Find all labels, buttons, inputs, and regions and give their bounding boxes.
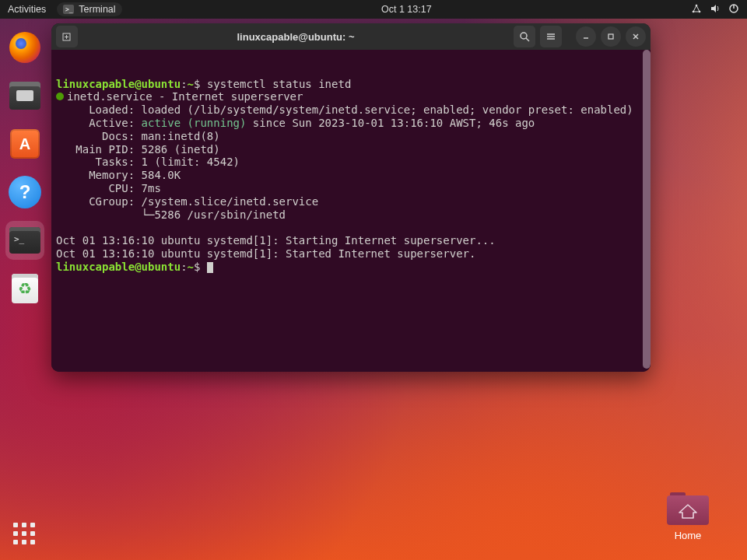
firefox-icon xyxy=(9,32,40,63)
status-memory: Memory: 584.0K xyxy=(56,169,181,181)
dock: ? ♻ xyxy=(0,20,50,560)
svg-text:>_: >_ xyxy=(65,6,73,13)
close-button[interactable] xyxy=(626,26,646,47)
clock[interactable]: Oct 1 13:17 xyxy=(381,4,432,15)
dock-help[interactable]: ? xyxy=(5,173,44,212)
software-icon xyxy=(10,129,40,159)
dock-terminal[interactable] xyxy=(5,221,44,260)
minimize-button[interactable] xyxy=(576,26,596,47)
volume-icon[interactable] xyxy=(710,3,721,16)
service-header: inetd.service - Internet superserver xyxy=(67,90,303,103)
status-active-prefix: Active: xyxy=(56,117,142,129)
dock-files[interactable] xyxy=(5,76,44,115)
files-icon xyxy=(9,82,40,110)
maximize-icon xyxy=(606,32,615,41)
svg-point-10 xyxy=(521,33,527,39)
power-icon[interactable] xyxy=(728,3,739,16)
window-titlebar[interactable]: linuxcapable@ubuntu: ~ xyxy=(51,23,651,50)
dock-firefox[interactable] xyxy=(5,28,44,67)
prompt-user-host-2: linuxcapable@ubuntu xyxy=(56,261,181,273)
log-line-1: Oct 01 13:16:10 ubuntu systemd[1]: Start… xyxy=(56,234,496,247)
close-icon xyxy=(631,32,640,41)
folder-icon xyxy=(667,492,709,525)
status-cgroup-child: └─5286 /usr/sbin/inetd xyxy=(56,208,286,221)
cursor xyxy=(207,262,213,273)
minimize-icon xyxy=(581,32,591,41)
status-active-value: active (running) xyxy=(142,117,247,129)
status-tasks: Tasks: 1 (limit: 4542) xyxy=(56,156,240,168)
terminal-body[interactable]: linuxcapable@ubuntu:~$ systemctl status … xyxy=(51,50,651,372)
log-line-2: Oct 01 13:16:10 ubuntu systemd[1]: Start… xyxy=(56,247,475,260)
status-active-rest: since Sun 2023-10-01 13:16:10 AWST; 46s … xyxy=(246,117,535,129)
search-icon xyxy=(519,31,530,42)
menu-button[interactable] xyxy=(540,26,562,47)
terminal-icon: >_ xyxy=(63,5,74,14)
status-dot-icon xyxy=(56,93,64,100)
top-panel: Activities >_ Terminal Oct 1 13:17 xyxy=(0,0,747,19)
status-main-pid: Main PID: 5286 (inetd) xyxy=(56,143,220,156)
status-cpu: CPU: 7ms xyxy=(56,182,161,194)
hamburger-icon xyxy=(545,31,556,42)
terminal-scrollbar[interactable] xyxy=(643,50,651,369)
top-app-label: Terminal xyxy=(79,4,115,15)
dock-software[interactable] xyxy=(5,124,44,163)
window-title: linuxcapable@ubuntu: ~ xyxy=(82,31,509,43)
trash-icon: ♻ xyxy=(12,274,38,303)
help-icon: ? xyxy=(9,176,41,208)
dock-trash[interactable]: ♻ xyxy=(5,269,44,308)
search-button[interactable] xyxy=(514,26,535,47)
new-tab-icon xyxy=(61,31,72,42)
new-tab-button[interactable] xyxy=(56,26,78,47)
desktop-icon-home[interactable]: Home xyxy=(657,492,719,541)
svg-line-11 xyxy=(526,38,529,41)
top-app-indicator[interactable]: >_ Terminal xyxy=(57,2,121,16)
network-icon[interactable] xyxy=(691,3,702,16)
command-text: systemctl status inetd xyxy=(207,78,351,90)
show-applications-button[interactable] xyxy=(13,523,37,546)
status-docs: Docs: man:inetd(8) xyxy=(56,130,220,142)
desktop-icon-home-label: Home xyxy=(657,530,719,541)
maximize-button[interactable] xyxy=(601,26,621,47)
activities-button[interactable]: Activities xyxy=(8,4,46,15)
terminal-window: linuxcapable@ubuntu: ~ linuxcapable@ubun… xyxy=(51,23,651,372)
svg-rect-16 xyxy=(608,34,613,39)
prompt-user-host: linuxcapable@ubuntu xyxy=(56,78,181,90)
status-cgroup: CGroup: /system.slice/inetd.service xyxy=(56,195,318,208)
terminal-icon xyxy=(9,227,40,254)
status-loaded: Loaded: loaded (/lib/systemd/system/inet… xyxy=(56,103,633,116)
